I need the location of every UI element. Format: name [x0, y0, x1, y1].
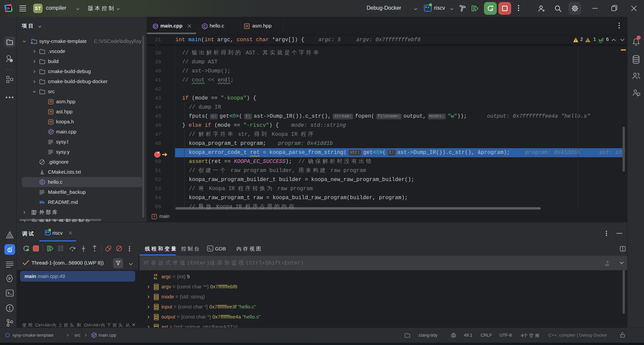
svg-text:C: C [154, 24, 156, 28]
svg-text:H: H [50, 110, 52, 114]
svg-text:H: H [246, 24, 248, 28]
svg-text:M: M [40, 200, 43, 204]
svg-text:?: ? [10, 59, 12, 62]
svg-text:f: f [153, 215, 155, 219]
svg-text:H: H [50, 100, 52, 104]
svg-text:H: H [50, 120, 52, 124]
svg-text:C: C [41, 180, 44, 184]
svg-text:C: C [203, 24, 206, 28]
